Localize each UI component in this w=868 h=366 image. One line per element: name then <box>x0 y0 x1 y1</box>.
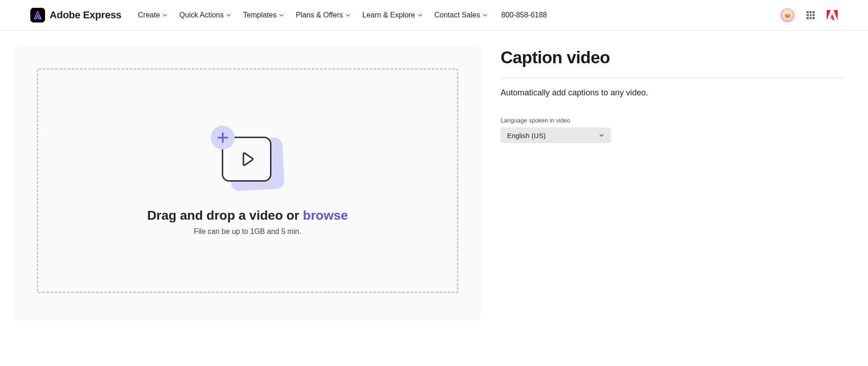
plus-icon <box>216 131 230 144</box>
title-divider <box>501 78 844 78</box>
header-right <box>780 8 838 22</box>
page-title: Caption video <box>501 48 844 67</box>
chevron-down-icon <box>346 13 350 17</box>
adobe-express-logo-icon <box>30 8 45 22</box>
chevron-down-icon <box>163 13 167 17</box>
user-avatar[interactable] <box>780 8 795 22</box>
top-header: Adobe Express Create Quick Actions Templ… <box>0 0 868 31</box>
brand-text: Adobe Express <box>50 9 121 21</box>
settings-panel: Caption video Automatically add captions… <box>501 48 868 321</box>
upload-panel: Drag and drop a video or browse File can… <box>14 46 481 321</box>
play-icon <box>236 149 257 170</box>
chevron-down-icon <box>599 133 604 138</box>
primary-nav: Create Quick Actions Templates Plans & O… <box>138 11 487 19</box>
adobe-logo-icon[interactable] <box>827 10 838 20</box>
nav-create[interactable]: Create <box>138 11 167 19</box>
nav-quick-actions[interactable]: Quick Actions <box>179 11 231 19</box>
nav-label: Quick Actions <box>179 11 224 19</box>
contact-phone[interactable]: 800-858-6188 <box>501 11 547 19</box>
video-drop-zone[interactable]: Drag and drop a video or browse File can… <box>37 68 458 293</box>
svg-point-1 <box>786 15 787 16</box>
plus-badge <box>211 126 235 150</box>
language-selected-value: English (US) <box>507 132 546 139</box>
nav-templates[interactable]: Templates <box>243 11 284 19</box>
language-field-label: Language spoken in video <box>501 117 844 124</box>
drop-secondary-text: File can be up to 1GB and 5 min. <box>194 227 301 236</box>
nav-contact-sales[interactable]: Contact Sales <box>434 11 488 19</box>
nav-label: Contact Sales <box>434 11 480 19</box>
browse-link[interactable]: browse <box>303 208 348 222</box>
svg-point-0 <box>784 14 791 18</box>
nav-label: Plans & Offers <box>296 11 343 19</box>
drop-text-prefix: Drag and drop a video or <box>147 208 303 222</box>
nav-label: Learn & Explore <box>362 11 415 19</box>
nav-learn-explore[interactable]: Learn & Explore <box>362 11 423 19</box>
chevron-down-icon <box>418 13 423 17</box>
avatar-face-icon <box>783 11 792 20</box>
nav-label: Create <box>138 11 160 19</box>
language-select[interactable]: English (US) <box>501 128 611 143</box>
svg-point-2 <box>789 15 789 16</box>
main-content: Drag and drop a video or browse File can… <box>0 31 868 321</box>
chevron-down-icon <box>279 13 284 17</box>
page-subtitle: Automatically add captions to any video. <box>501 88 844 98</box>
nav-label: Templates <box>243 11 276 19</box>
chevron-down-icon <box>483 13 487 17</box>
nav-plans-offers[interactable]: Plans & Offers <box>296 11 350 19</box>
upload-illustration <box>211 126 284 190</box>
chevron-down-icon <box>226 13 231 17</box>
app-switcher-icon[interactable] <box>806 11 815 19</box>
drop-primary-text: Drag and drop a video or browse <box>147 208 348 223</box>
brand-logo[interactable]: Adobe Express <box>30 8 121 22</box>
